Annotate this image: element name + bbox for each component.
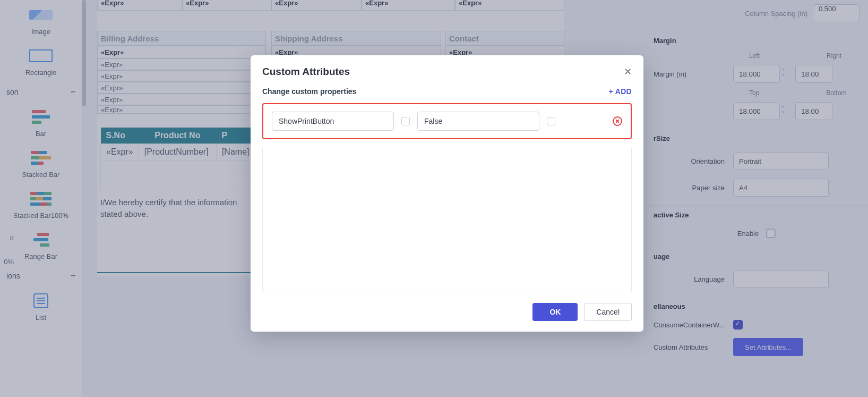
ok-button[interactable]: OK	[532, 303, 578, 321]
value-checkbox[interactable]	[547, 117, 555, 125]
attr-value-input[interactable]	[417, 112, 539, 131]
delete-row-icon[interactable]	[613, 116, 622, 126]
close-icon[interactable]: ✕	[624, 66, 632, 78]
attributes-list-area	[262, 148, 632, 292]
cancel-button[interactable]: Cancel	[584, 303, 632, 321]
attribute-row	[272, 112, 622, 131]
key-checkbox[interactable]	[401, 117, 410, 125]
dialog-subtitle: Change custom properties	[262, 87, 356, 96]
dialog-title: Custom Attributes	[262, 66, 350, 78]
custom-attributes-dialog: Custom Attributes ✕ Change custom proper…	[251, 55, 643, 332]
attr-key-input[interactable]	[272, 112, 394, 131]
attributes-highlighted-row	[262, 103, 632, 139]
add-button[interactable]: + ADD	[609, 87, 632, 96]
